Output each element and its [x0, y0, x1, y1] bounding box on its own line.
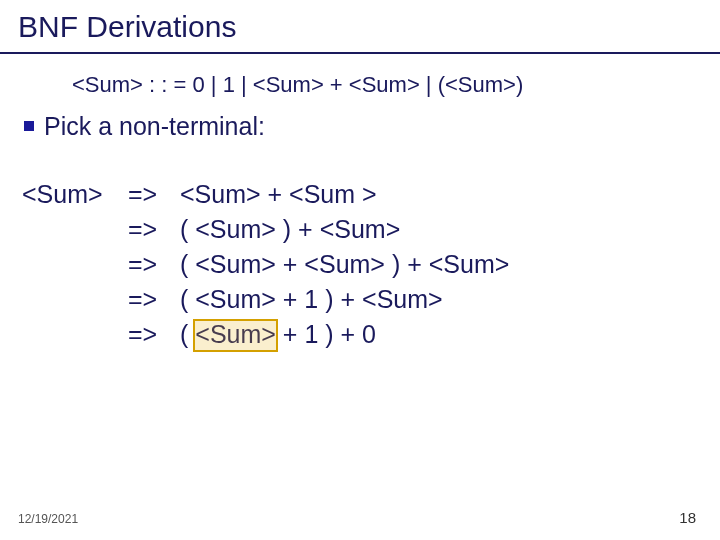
derivation-rhs-suffix: + 1 ) + 0	[276, 320, 376, 348]
pick-row: Pick a non-terminal:	[0, 98, 720, 141]
derivation-rhs: ( <Sum> ) + <Sum>	[180, 215, 400, 243]
slide: BNF Derivations <Sum> : : = 0 | 1 | <Sum…	[0, 0, 720, 540]
highlight-text: <Sum>	[195, 320, 276, 348]
derivation-rhs: ( <Sum> + 1 ) + <Sum>	[180, 285, 443, 313]
derivation-rhs: ( <Sum> + <Sum> ) + <Sum>	[180, 250, 509, 278]
derivation-arrow: =>	[128, 212, 180, 247]
derivation-lhs: <Sum>	[22, 177, 128, 212]
derivation-rhs: <Sum> + <Sum >	[180, 180, 377, 208]
derivation-arrow: =>	[128, 177, 180, 212]
footer-date: 12/19/2021	[18, 512, 78, 526]
derivation-arrow: =>	[128, 317, 180, 352]
pick-label: Pick a non-terminal:	[44, 112, 265, 140]
derivation-arrow: =>	[128, 247, 180, 282]
derivation-step: =>( <Sum> + 1 ) + 0	[22, 317, 720, 352]
highlighted-nonterminal: <Sum>	[195, 317, 276, 352]
derivation-step: =>( <Sum> ) + <Sum>	[22, 212, 720, 247]
slide-title: BNF Derivations	[0, 0, 720, 52]
derivation-step: =>( <Sum> + <Sum> ) + <Sum>	[22, 247, 720, 282]
grammar-rule: <Sum> : : = 0 | 1 | <Sum> + <Sum> | (<Su…	[0, 54, 720, 98]
derivation-block: <Sum>=><Sum> + <Sum > =>( <Sum> ) + <Sum…	[0, 141, 720, 352]
derivation-arrow: =>	[128, 282, 180, 317]
derivation-step: <Sum>=><Sum> + <Sum >	[22, 177, 720, 212]
footer-page-number: 18	[679, 509, 696, 526]
bullet-icon	[24, 121, 34, 131]
derivation-step: =>( <Sum> + 1 ) + <Sum>	[22, 282, 720, 317]
derivation-rhs-prefix: (	[180, 320, 195, 348]
